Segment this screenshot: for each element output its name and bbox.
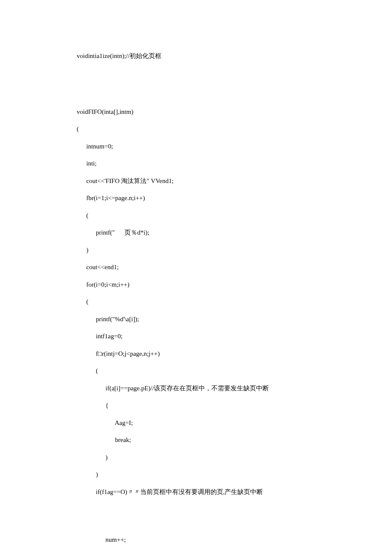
code-line: ( <box>77 366 315 376</box>
code-line: intnum=0; <box>77 142 315 151</box>
code-line: ) <box>77 245 315 255</box>
code-line: num++; <box>77 535 315 545</box>
blank-line <box>77 520 315 527</box>
code-line: fbr(i=1;i<=page.n;i++) <box>77 193 315 203</box>
code-line: ( <box>77 124 315 134</box>
code-line: Aag=I; <box>77 418 315 428</box>
code-line: ) <box>77 470 315 479</box>
code-line: inti; <box>77 159 315 169</box>
code-line: printf(" 页％d*i); <box>77 228 315 238</box>
blank-line <box>77 69 315 107</box>
document-page: voidintia1ize(intn);//初始化页框 voidFIFO(int… <box>0 0 392 555</box>
code-line: printf("%d'\a[i]); <box>77 314 315 324</box>
code-line: ) <box>77 453 315 462</box>
code-line: f□r(intj=O;j<page,n;j++) <box>77 349 315 359</box>
code-line: for(i=0;i<m;i++) <box>77 280 315 290</box>
code-line: voidFIFO(inta[],intm) <box>77 107 315 117</box>
code-line: ( <box>77 211 315 221</box>
code-line: ( <box>77 297 315 307</box>
code-line: intf1ag=0; <box>77 331 315 341</box>
code-line: break; <box>77 435 315 445</box>
code-line: if(a[i]==page.pE)//该页存在在页框中，不需要发生缺页中断 <box>77 384 315 393</box>
code-line: cout<<'FIFO 淘汰算法" VVend1; <box>77 176 315 186</box>
code-line: voidintia1ize(intn);//初始化页框 <box>77 51 315 61</box>
blank-line <box>77 504 315 512</box>
code-line: { <box>77 401 315 410</box>
code-line: cout<<end1; <box>77 262 315 272</box>
code-line: if(f1ag==O)〃〃当前页框中有没有要调用的页,产生缺页中断 <box>77 487 315 497</box>
